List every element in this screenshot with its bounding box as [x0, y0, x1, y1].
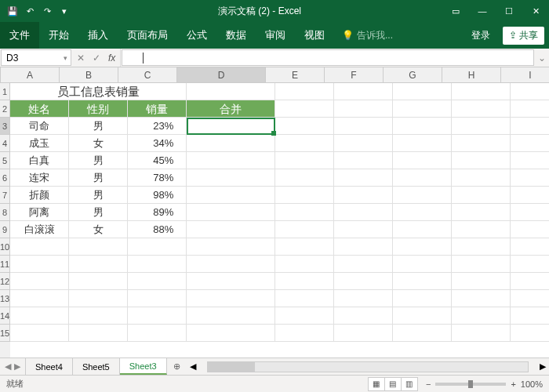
cell-name[interactable]: 司命: [10, 118, 69, 135]
cell[interactable]: [452, 238, 511, 256]
new-sheet-button[interactable]: ⊕: [167, 358, 187, 375]
zoom-slider-thumb[interactable]: [468, 380, 473, 388]
row-header[interactable]: 6: [0, 169, 10, 187]
cell[interactable]: [334, 325, 393, 342]
cell-gender[interactable]: 男: [69, 187, 128, 204]
cell[interactable]: [334, 187, 393, 204]
cell[interactable]: [393, 169, 452, 187]
cells-area[interactable]: 员工信息表销量 姓名 性别 销量 合并 司命男23%成玉女34%白真男45%连宋…: [10, 83, 549, 358]
col-header-h[interactable]: H: [442, 67, 501, 82]
cell[interactable]: [393, 273, 452, 290]
cell[interactable]: [275, 118, 334, 135]
cell[interactable]: [511, 204, 549, 221]
cell[interactable]: [393, 204, 452, 221]
cell[interactable]: [69, 290, 128, 307]
cell[interactable]: [452, 83, 511, 100]
col-header-i[interactable]: I: [501, 67, 549, 82]
cell[interactable]: [334, 118, 393, 135]
cell[interactable]: [275, 100, 334, 118]
minimize-button[interactable]: —: [469, 0, 496, 22]
cell[interactable]: [187, 307, 275, 325]
qat-customize-icon[interactable]: ▾: [58, 5, 71, 17]
cell[interactable]: [393, 238, 452, 256]
cell[interactable]: [187, 83, 275, 100]
cell[interactable]: [187, 221, 275, 238]
cell[interactable]: [275, 83, 334, 100]
cell[interactable]: [393, 152, 452, 169]
view-page-break-button[interactable]: ▥: [401, 377, 418, 391]
col-header-b[interactable]: B: [60, 67, 118, 82]
row-header[interactable]: 1: [0, 83, 10, 100]
cell[interactable]: [511, 135, 549, 152]
cancel-formula-icon[interactable]: ✕: [77, 53, 85, 64]
cell[interactable]: [275, 152, 334, 169]
col-header-e[interactable]: E: [266, 67, 325, 82]
col-header-g[interactable]: G: [384, 67, 442, 82]
cell[interactable]: [452, 204, 511, 221]
zoom-level[interactable]: 100%: [521, 379, 543, 389]
cell[interactable]: [452, 187, 511, 204]
cell[interactable]: [187, 152, 275, 169]
row-header[interactable]: 2: [0, 100, 10, 118]
cell[interactable]: [334, 256, 393, 273]
cell-pct[interactable]: 23%: [128, 118, 187, 135]
cell-gender[interactable]: 男: [69, 169, 128, 187]
tell-me-search[interactable]: 💡 告诉我...: [334, 29, 401, 42]
row-header[interactable]: 10: [0, 238, 10, 256]
scroll-left-icon[interactable]: ◀: [190, 361, 196, 372]
row-header[interactable]: 5: [0, 152, 10, 169]
row-header[interactable]: 13: [0, 290, 10, 307]
cell[interactable]: [393, 118, 452, 135]
cell[interactable]: [511, 169, 549, 187]
cell[interactable]: [511, 325, 549, 342]
cell-gender[interactable]: 男: [69, 204, 128, 221]
sheet-tab-active[interactable]: Sheet3: [120, 358, 167, 375]
cell[interactable]: [187, 290, 275, 307]
cell[interactable]: [334, 238, 393, 256]
merged-title-cell[interactable]: 员工信息表销量: [10, 83, 187, 100]
cell[interactable]: [452, 221, 511, 238]
cell[interactable]: [69, 307, 128, 325]
cell[interactable]: [511, 256, 549, 273]
row-header[interactable]: 7: [0, 187, 10, 204]
cell[interactable]: [275, 290, 334, 307]
row-header[interactable]: 15: [0, 325, 10, 342]
select-all-button[interactable]: [0, 67, 1, 82]
header-sales[interactable]: 销量: [128, 100, 187, 118]
cell[interactable]: [10, 307, 69, 325]
sheet-nav-prev-icon[interactable]: ◀: [5, 361, 11, 372]
cell[interactable]: [511, 238, 549, 256]
close-button[interactable]: ✕: [522, 0, 549, 22]
cell[interactable]: [452, 100, 511, 118]
cell[interactable]: [452, 290, 511, 307]
cell[interactable]: [511, 273, 549, 290]
view-normal-button[interactable]: ▦: [368, 377, 385, 391]
cell[interactable]: [393, 221, 452, 238]
row-header[interactable]: 12: [0, 273, 10, 290]
cell[interactable]: [10, 290, 69, 307]
cell[interactable]: [334, 221, 393, 238]
cell[interactable]: [10, 325, 69, 342]
cell[interactable]: [511, 83, 549, 100]
cell[interactable]: [452, 135, 511, 152]
cell[interactable]: [511, 307, 549, 325]
cell[interactable]: [334, 152, 393, 169]
horizontal-scrollbar[interactable]: ◀ ▶: [187, 358, 549, 375]
sheet-tab[interactable]: Sheet5: [73, 358, 120, 375]
cell[interactable]: [128, 290, 187, 307]
cell[interactable]: [393, 187, 452, 204]
cell[interactable]: [275, 256, 334, 273]
cell-pct[interactable]: 78%: [128, 169, 187, 187]
cell-pct[interactable]: 98%: [128, 187, 187, 204]
cell[interactable]: [69, 238, 128, 256]
col-header-d[interactable]: D: [177, 67, 266, 82]
cell[interactable]: [128, 325, 187, 342]
scroll-thumb[interactable]: [208, 362, 255, 372]
cell[interactable]: [10, 273, 69, 290]
cell[interactable]: [393, 135, 452, 152]
header-name[interactable]: 姓名: [10, 100, 69, 118]
row-header[interactable]: 4: [0, 135, 10, 152]
ribbon-options-icon[interactable]: ▭: [442, 0, 469, 22]
cell[interactable]: [69, 325, 128, 342]
cell-gender[interactable]: 女: [69, 135, 128, 152]
